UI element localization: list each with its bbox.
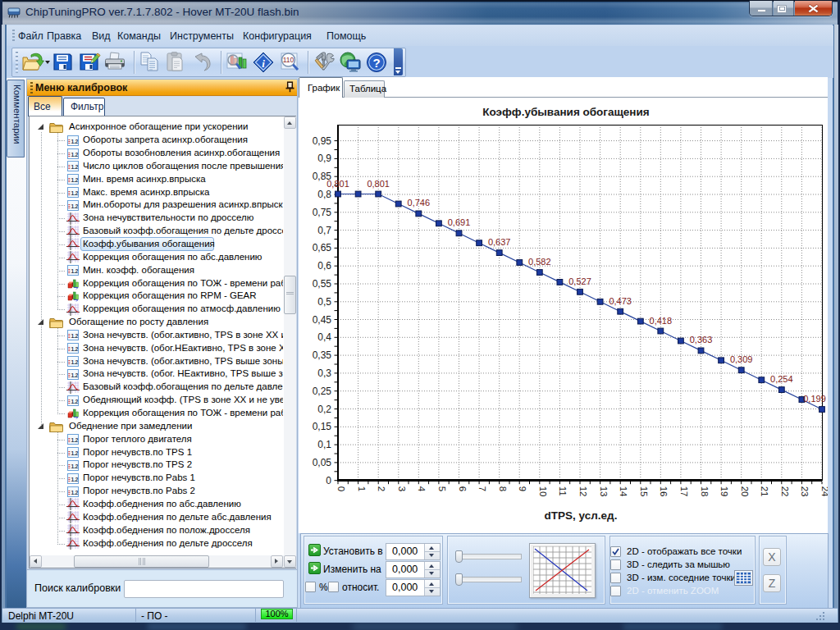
svg-text:13: 13 (599, 486, 609, 497)
svg-text:0: 0 (336, 486, 346, 491)
svg-text:1.2: 1.2 (71, 359, 78, 365)
svg-text:17: 17 (679, 486, 689, 497)
svg-text:24: 24 (820, 486, 828, 497)
svg-text:1.2: 1.2 (71, 490, 78, 495)
svg-text:0,254: 0,254 (770, 374, 793, 384)
svg-text:3: 3 (397, 486, 407, 491)
svg-text:0,418: 0,418 (650, 316, 673, 326)
svg-text:0,45: 0,45 (313, 314, 332, 326)
svg-text:16: 16 (659, 486, 669, 497)
svg-text:1.2: 1.2 (71, 139, 78, 144)
svg-text:0,9: 0,9 (317, 153, 331, 164)
svg-text:0,309: 0,309 (730, 354, 753, 364)
svg-text:0,8: 0,8 (317, 189, 331, 200)
svg-text:0,1: 0,1 (317, 439, 331, 450)
svg-text:1.2: 1.2 (71, 450, 78, 456)
svg-text:21: 21 (760, 486, 769, 497)
svg-text:12: 12 (578, 486, 588, 497)
svg-text:1.2: 1.2 (71, 177, 78, 183)
svg-text:Коэфф.убывания обогащения: Коэфф.убывания обогащения (482, 106, 649, 118)
svg-text:20: 20 (740, 486, 750, 497)
svg-text:0,95: 0,95 (313, 135, 332, 147)
svg-text:0,75: 0,75 (313, 207, 332, 218)
svg-text:19: 19 (719, 486, 729, 497)
svg-text:0,746: 0,746 (408, 198, 431, 208)
svg-text:4: 4 (417, 486, 427, 492)
svg-text:1.2: 1.2 (71, 399, 78, 404)
svg-text:6: 6 (458, 486, 468, 491)
svg-text:11: 11 (558, 486, 568, 496)
svg-text:1: 1 (357, 486, 367, 491)
svg-text:1.2: 1.2 (71, 190, 78, 196)
svg-text:23: 23 (800, 486, 810, 497)
svg-text:1.2: 1.2 (71, 268, 78, 274)
svg-text:0: 0 (326, 475, 331, 486)
svg-text:0,05: 0,05 (313, 457, 332, 468)
svg-text:0,65: 0,65 (313, 242, 332, 253)
svg-text:8: 8 (498, 486, 508, 491)
svg-text:0,15: 0,15 (313, 421, 332, 432)
svg-text:0,2: 0,2 (317, 404, 331, 415)
svg-text:18: 18 (700, 486, 710, 497)
svg-text:0,7: 0,7 (317, 225, 331, 236)
svg-text:0,527: 0,527 (568, 276, 591, 286)
svg-text:0,85: 0,85 (313, 171, 332, 182)
svg-text:0,6: 0,6 (317, 260, 331, 272)
svg-text:dTPS, усл.ед.: dTPS, усл.ед. (545, 509, 618, 522)
svg-text:14: 14 (619, 486, 628, 497)
svg-text:110: 110 (283, 56, 294, 64)
svg-text:0,35: 0,35 (313, 349, 332, 361)
svg-text:7: 7 (477, 486, 487, 491)
svg-text:5: 5 (437, 486, 447, 491)
svg-text:1.2: 1.2 (71, 346, 78, 352)
svg-text:1.2: 1.2 (71, 463, 78, 469)
svg-text:9: 9 (518, 486, 527, 491)
svg-text:0,5: 0,5 (317, 296, 331, 308)
svg-text:0,3: 0,3 (317, 368, 331, 379)
svg-text:0,199: 0,199 (803, 394, 826, 404)
svg-text:22: 22 (780, 486, 790, 497)
svg-text:0,691: 0,691 (448, 217, 471, 227)
svg-text:0,582: 0,582 (528, 257, 551, 267)
svg-text:0,473: 0,473 (609, 296, 632, 306)
svg-text:1.2: 1.2 (71, 165, 78, 171)
svg-text:2: 2 (377, 486, 386, 491)
svg-text:1.2: 1.2 (71, 203, 78, 209)
svg-text:0,55: 0,55 (313, 278, 332, 290)
svg-text:0,25: 0,25 (313, 386, 332, 397)
svg-text:0,363: 0,363 (690, 335, 713, 345)
svg-text:1.2: 1.2 (71, 152, 78, 158)
svg-text:?: ? (372, 56, 380, 70)
svg-text:10: 10 (538, 486, 548, 497)
svg-text:0,637: 0,637 (488, 237, 511, 247)
svg-text:1.2: 1.2 (71, 334, 78, 340)
svg-text:1.2: 1.2 (71, 372, 78, 378)
svg-text:1.2: 1.2 (71, 437, 78, 443)
svg-text:0,801: 0,801 (367, 179, 390, 189)
svg-text:i: i (262, 57, 265, 70)
svg-text:1.2: 1.2 (71, 477, 78, 482)
svg-text:15: 15 (639, 486, 649, 497)
svg-text:0,4: 0,4 (317, 331, 331, 343)
